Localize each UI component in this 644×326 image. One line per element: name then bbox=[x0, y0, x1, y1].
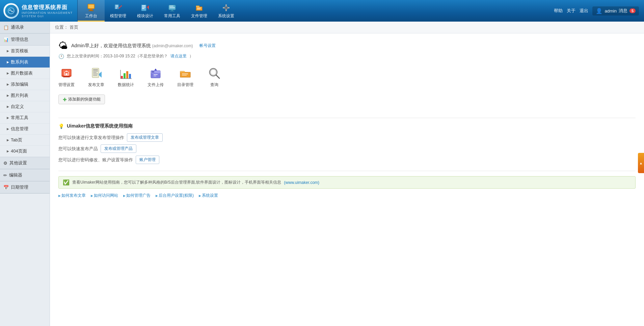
svg-rect-11 bbox=[142, 7, 145, 7]
svg-rect-48 bbox=[154, 76, 156, 76]
sidebar-contacts-header[interactable]: 📋 通讯录 bbox=[0, 22, 50, 33]
quick-action-publish[interactable]: 发布文章 bbox=[88, 66, 104, 88]
quick-action-upload[interactable]: 文件上传 bbox=[147, 66, 164, 88]
link-how-publish[interactable]: 如何发布文章 bbox=[58, 193, 86, 198]
svg-rect-20 bbox=[197, 8, 201, 8]
nav-common-tools[interactable]: 常用工具 bbox=[159, 0, 186, 22]
svg-line-53 bbox=[216, 75, 219, 78]
main-content: 位置： 首页 🌤 Admin早上好，欢迎使用信息管理系统 (admin@uima… bbox=[50, 22, 644, 326]
quick-actions: 管理设置 发布文章 bbox=[58, 66, 636, 88]
sidebar-section-admin: 📊 管理信息 首页模板 数系列表 图片数据表 添加编辑 图片列表 自定义 bbox=[0, 34, 50, 157]
other-settings-icon: ⚙ bbox=[3, 161, 7, 166]
about-link[interactable]: 关于 bbox=[567, 8, 575, 14]
sidebar-admin-header[interactable]: 📊 管理信息 bbox=[0, 34, 50, 46]
svg-point-23 bbox=[225, 7, 227, 8]
admin-settings-icon bbox=[59, 66, 74, 81]
svg-rect-8 bbox=[115, 8, 117, 8]
sidebar-editor-header[interactable]: ✏ 编辑器 bbox=[0, 169, 50, 181]
module-design-icon bbox=[139, 3, 151, 12]
svg-point-52 bbox=[211, 70, 216, 75]
editor-icon: ✏ bbox=[3, 173, 7, 178]
clock-icon: 🕐 bbox=[58, 54, 64, 59]
svg-rect-36 bbox=[93, 74, 98, 74]
link-how-visit[interactable]: 如何访问网站 bbox=[91, 193, 118, 198]
nav-module-design[interactable]: 模块设计 bbox=[132, 0, 159, 22]
header: 信息管理系统界面 INFORMATION MANAGEMENT SYSTEM G… bbox=[0, 0, 644, 22]
svg-rect-25 bbox=[225, 9, 227, 11]
contacts-icon: 📋 bbox=[3, 25, 9, 30]
svg-rect-39 bbox=[124, 73, 126, 79]
divider-2 bbox=[58, 171, 636, 171]
plus-icon: ✚ bbox=[63, 97, 67, 102]
sidebar-item-customize[interactable]: 自定义 bbox=[0, 101, 50, 112]
svg-rect-4 bbox=[88, 10, 94, 11]
svg-rect-21 bbox=[197, 9, 200, 9]
info-icon: ✅ bbox=[63, 179, 70, 186]
nav-file-mgmt[interactable]: 文件管理 bbox=[186, 0, 213, 22]
sidebar-other-header[interactable]: ⚙ 其他设置 bbox=[0, 157, 50, 169]
content-area: 🌤 Admin早上好，欢迎使用信息管理系统 (admin@uimaker.com… bbox=[50, 33, 644, 326]
svg-rect-30 bbox=[65, 73, 68, 75]
username[interactable]: admin bbox=[605, 8, 616, 13]
add-shortcut-button[interactable]: ✚ 添加新的快捷功能 bbox=[58, 94, 105, 104]
sidebar-item-imagelist[interactable]: 图片列表 bbox=[0, 90, 50, 101]
guide-row-2: 您可以进行密码修改、账户设置等操作 账户管理 bbox=[58, 156, 636, 164]
sidebar-item-commontools[interactable]: 常用工具 bbox=[0, 112, 50, 124]
nav-system-settings[interactable]: 系统设置 bbox=[213, 0, 240, 22]
sidebar-date-header[interactable]: 📅 日期管理 bbox=[0, 182, 50, 193]
sidebar-item-tabpage[interactable]: Tab页 bbox=[0, 135, 50, 146]
info-bar: ✅ 查看Uimaker网站使用指南，您可以了解多种风格的B/S后台管理界面,软件… bbox=[58, 176, 636, 189]
svg-rect-47 bbox=[154, 74, 158, 75]
sidebar-section-editor: ✏ 编辑器 bbox=[0, 169, 50, 182]
sidebar-item-addedit[interactable]: 添加编辑 bbox=[0, 79, 50, 90]
svg-rect-19 bbox=[170, 11, 174, 11]
link-how-ad[interactable]: 如何管理广告 bbox=[123, 193, 151, 198]
svg-rect-50 bbox=[182, 75, 187, 76]
guide-header: 💡 Uimaker信息管理系统使用指南 bbox=[58, 123, 636, 129]
account-link[interactable]: 帐号设置 bbox=[199, 43, 216, 49]
logout-link[interactable]: 退出 bbox=[580, 8, 588, 14]
sidebar-section-other: ⚙ 其他设置 bbox=[0, 157, 50, 169]
nav-workbench[interactable]: 工作台 bbox=[78, 0, 105, 22]
help-link[interactable]: 帮助 bbox=[554, 8, 563, 14]
quick-action-dir[interactable]: 目录管理 bbox=[177, 66, 193, 88]
upload-icon bbox=[148, 66, 163, 81]
link-backend-user[interactable]: 后台用户设置(权限) bbox=[156, 193, 194, 198]
guide-btn-account[interactable]: 账户管理 bbox=[136, 156, 159, 164]
click-here-link[interactable]: 请点这里 bbox=[170, 53, 187, 59]
svg-rect-33 bbox=[93, 70, 98, 70]
sidebar-item-imagechart[interactable]: 图片数据表 bbox=[0, 68, 50, 79]
logo-area: 信息管理系统界面 INFORMATION MANAGEMENT SYSTEM G… bbox=[0, 0, 78, 22]
nav-model-mgmt[interactable]: 模型管理 bbox=[105, 0, 132, 22]
messages-label: 消息 bbox=[619, 8, 627, 14]
quick-action-admin-settings[interactable]: 管理设置 bbox=[58, 66, 75, 88]
link-sys-settings[interactable]: 系统设置 bbox=[199, 193, 218, 198]
quick-action-stats[interactable]: 数据统计 bbox=[118, 66, 134, 88]
guide-btn-article[interactable]: 发布或管理文章 bbox=[127, 133, 163, 142]
sidebar-item-404[interactable]: 404页面 bbox=[0, 146, 50, 157]
date-icon: 📅 bbox=[3, 185, 9, 190]
sidebar-item-datalist[interactable]: 数系列表 bbox=[0, 57, 50, 68]
svg-rect-12 bbox=[142, 8, 144, 9]
messages-badge[interactable]: 5 bbox=[629, 8, 636, 13]
sidebar-item-homepage[interactable]: 首页模板 bbox=[0, 46, 50, 57]
guide-btn-product[interactable]: 发布或管理产品 bbox=[101, 144, 136, 153]
svg-rect-6 bbox=[115, 5, 118, 6]
model-mgmt-icon bbox=[112, 3, 124, 12]
welcome-text: Admin早上好，欢迎使用信息管理系统 (admin@uimaker.com) bbox=[71, 43, 193, 49]
svg-rect-35 bbox=[93, 72, 97, 73]
scroll-hint[interactable]: ▲ bbox=[638, 153, 644, 173]
sidebar-item-infomgmt[interactable]: 信息管理 bbox=[0, 124, 50, 135]
sidebar-section-contacts: 📋 通讯录 bbox=[0, 22, 50, 34]
welcome-section: 🌤 Admin早上好，欢迎使用信息管理系统 (admin@uimaker.com… bbox=[58, 40, 636, 51]
svg-rect-17 bbox=[169, 7, 175, 8]
svg-rect-7 bbox=[115, 6, 118, 7]
info-link[interactable]: (www.uimaker.com) bbox=[284, 180, 319, 185]
guide-bulb-icon: 💡 bbox=[58, 124, 64, 129]
quick-action-query[interactable]: 查询 bbox=[207, 66, 222, 88]
svg-rect-31 bbox=[63, 77, 70, 77]
sidebar: 📋 通讯录 📊 管理信息 首页模板 数系列表 图片数据表 添加编辑 bbox=[0, 22, 50, 326]
breadcrumb-current: 首页 bbox=[70, 24, 78, 30]
query-label: 查询 bbox=[210, 82, 218, 88]
body-wrapper: 📋 通讯录 📊 管理信息 首页模板 数系列表 图片数据表 添加编辑 bbox=[0, 22, 644, 326]
